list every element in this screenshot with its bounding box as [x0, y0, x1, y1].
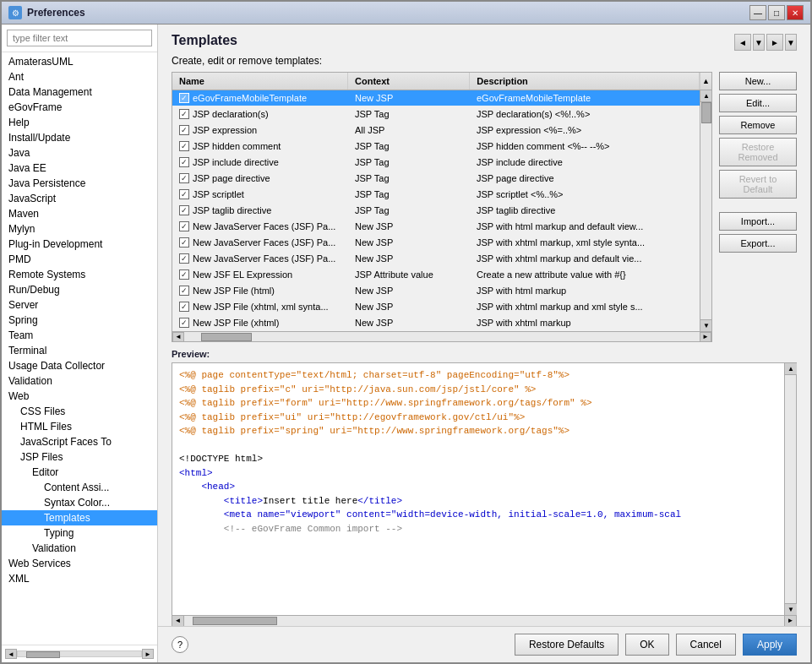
maximize-button[interactable]: □: [768, 5, 785, 20]
table-row[interactable]: eGovFrameMobileTemplate New JSP eGovFram…: [172, 90, 700, 106]
table-hscroll-left[interactable]: ◄: [172, 332, 184, 342]
sidebar-item-typing[interactable]: Typing: [2, 525, 157, 541]
preview-hscroll-right[interactable]: ►: [784, 616, 796, 626]
table-row[interactable]: New JSP File (html) New JSP JSP with htm…: [172, 283, 700, 299]
sidebar-item-java[interactable]: Java: [2, 145, 157, 161]
table-row[interactable]: JSP page directive JSP Tag JSP page dire…: [172, 171, 700, 187]
table-row[interactable]: New JSP File (xhtml, xml synta... New JS…: [172, 299, 700, 315]
table-row[interactable]: New JavaServer Faces (JSF) Pa... New JSP…: [172, 251, 700, 267]
new-button[interactable]: New...: [719, 72, 797, 90]
sidebar-item-web[interactable]: Web: [2, 389, 157, 404]
row-checkbox[interactable]: [179, 253, 189, 264]
row-checkbox[interactable]: [179, 269, 189, 280]
table-row[interactable]: JSP include directive JSP Tag JSP includ…: [172, 155, 700, 171]
table-scroll-down[interactable]: ▼: [700, 319, 711, 331]
table-row[interactable]: JSP hidden comment JSP Tag JSP hidden co…: [172, 139, 700, 155]
export-button[interactable]: Export...: [719, 234, 797, 253]
sidebar-item-syntax-color[interactable]: Syntax Color...: [2, 495, 157, 510]
back-button[interactable]: ◄: [734, 34, 751, 51]
table-row[interactable]: New JSP File (xhtml) New JSP JSP with xh…: [172, 315, 700, 331]
sidebar-horizontal-scroll[interactable]: ◄ ►: [2, 645, 157, 662]
sidebar-item-content-assist[interactable]: Content Assi...: [2, 480, 157, 495]
header-context[interactable]: Context: [348, 73, 470, 90]
sidebar-item-validation-jsp[interactable]: Validation: [2, 541, 157, 556]
row-checkbox[interactable]: [179, 93, 189, 103]
sidebar-item-web-services[interactable]: Web Services: [2, 556, 157, 571]
preview-vertical-scrollbar[interactable]: ▲ ▼: [784, 363, 796, 615]
row-checkbox[interactable]: [179, 125, 189, 135]
table-row[interactable]: JSP expression All JSP JSP expression <%…: [172, 122, 700, 139]
preview-scroll-up[interactable]: ▲: [785, 363, 797, 375]
header-sort[interactable]: ▲: [700, 73, 711, 90]
sidebar-scroll-left[interactable]: ◄: [5, 649, 17, 659]
row-checkbox[interactable]: [179, 237, 189, 248]
sidebar-tree[interactable]: AmaterasUML Ant Data Management eGovFram…: [2, 52, 157, 645]
forward-button[interactable]: ►: [766, 34, 783, 51]
preview-hscroll-left[interactable]: ◄: [172, 616, 184, 626]
row-checkbox[interactable]: [179, 173, 189, 183]
sidebar-item-maven[interactable]: Maven: [2, 206, 157, 221]
preview-horizontal-scrollbar[interactable]: ◄ ►: [172, 616, 797, 626]
sidebar-scroll-right[interactable]: ►: [142, 649, 154, 659]
sidebar-scroll-track[interactable]: [17, 650, 142, 657]
row-checkbox[interactable]: [179, 286, 189, 296]
sidebar-item-java-persistence[interactable]: Java Persistence: [2, 176, 157, 191]
header-description[interactable]: Description: [470, 73, 700, 90]
import-button[interactable]: Import...: [719, 212, 797, 231]
row-checkbox[interactable]: [179, 205, 189, 215]
sidebar-item-ant[interactable]: Ant: [2, 69, 157, 84]
table-hscroll-right[interactable]: ►: [700, 332, 711, 342]
edit-button[interactable]: Edit...: [719, 94, 797, 112]
filter-input[interactable]: [7, 30, 152, 46]
restore-defaults-button[interactable]: Restore Defaults: [515, 634, 619, 656]
ok-button[interactable]: OK: [625, 634, 668, 656]
table-row[interactable]: JSP scriptlet JSP Tag JSP scriptlet <%..…: [172, 187, 700, 203]
row-checkbox[interactable]: [179, 141, 189, 151]
sidebar-item-spring[interactable]: Spring: [2, 313, 157, 328]
sidebar-item-java-ee[interactable]: Java EE: [2, 161, 157, 176]
sidebar-item-server[interactable]: Server: [2, 297, 157, 313]
sidebar-item-amaterasuml[interactable]: AmaterasUML: [2, 54, 157, 69]
table-row[interactable]: New JavaServer Faces (JSF) Pa... New JSP…: [172, 219, 700, 235]
table-row[interactable]: New JSF EL Expression JSP Attribute valu…: [172, 267, 700, 283]
sidebar-item-css-files[interactable]: CSS Files: [2, 404, 157, 419]
table-row[interactable]: JSP taglib directive JSP Tag JSP taglib …: [172, 203, 700, 219]
sidebar-item-editor[interactable]: Editor: [2, 465, 157, 480]
sidebar-item-data-management[interactable]: Data Management: [2, 84, 157, 100]
sidebar-item-team[interactable]: Team: [2, 328, 157, 343]
sidebar-item-help[interactable]: Help: [2, 115, 157, 130]
header-name[interactable]: Name: [172, 73, 348, 90]
table-vertical-scrollbar[interactable]: ▲ ▼: [700, 90, 711, 331]
row-checkbox[interactable]: [179, 109, 189, 119]
table-scroll-up[interactable]: ▲: [700, 90, 711, 102]
sidebar-item-xml[interactable]: XML: [2, 571, 157, 586]
sidebar-item-templates[interactable]: Templates: [2, 510, 157, 525]
restore-removed-button[interactable]: Restore Removed: [719, 138, 797, 166]
preview-scroll-down[interactable]: ▼: [785, 603, 797, 615]
sidebar-item-terminal[interactable]: Terminal: [2, 343, 157, 358]
minimize-button[interactable]: —: [749, 5, 766, 20]
table-horizontal-scrollbar[interactable]: ◄ ►: [172, 331, 711, 341]
close-button[interactable]: ✕: [787, 5, 804, 20]
row-checkbox[interactable]: [179, 318, 189, 328]
sidebar-item-javascript[interactable]: JavaScript: [2, 191, 157, 206]
remove-button[interactable]: Remove: [719, 116, 797, 134]
sidebar-item-install-update[interactable]: Install/Update: [2, 130, 157, 145]
forward-dropdown-button[interactable]: ▼: [785, 34, 797, 51]
sidebar-item-jsf[interactable]: JavaScript Faces To: [2, 434, 157, 449]
sidebar-item-run-debug[interactable]: Run/Debug: [2, 282, 157, 297]
sidebar-item-jsp-files[interactable]: JSP Files: [2, 449, 157, 465]
row-checkbox[interactable]: [179, 302, 189, 312]
sidebar-item-egovframe[interactable]: eGovFrame: [2, 100, 157, 115]
sidebar-item-mylyn[interactable]: Mylyn: [2, 221, 157, 237]
table-row[interactable]: New JavaServer Faces (JSF) Pa... New JSP…: [172, 235, 700, 251]
table-row[interactable]: JSP declaration(s) JSP Tag JSP declarati…: [172, 106, 700, 122]
revert-to-default-button[interactable]: Revert to Default: [719, 170, 797, 199]
sidebar-item-usage-data-collector[interactable]: Usage Data Collector: [2, 358, 157, 373]
sidebar-item-remote-systems[interactable]: Remote Systems: [2, 267, 157, 282]
row-checkbox[interactable]: [179, 189, 189, 199]
sidebar-item-pmd[interactable]: PMD: [2, 252, 157, 267]
sidebar-item-plugin-dev[interactable]: Plug-in Development: [2, 237, 157, 252]
back-dropdown-button[interactable]: ▼: [753, 34, 765, 51]
row-checkbox[interactable]: [179, 221, 189, 231]
